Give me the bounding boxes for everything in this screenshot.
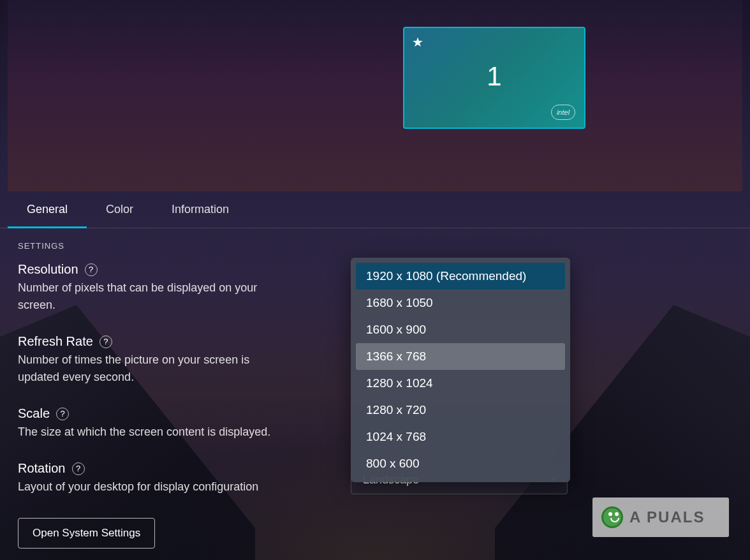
help-icon[interactable]: ? bbox=[85, 263, 98, 276]
resolution-option[interactable]: 1024 x 768 bbox=[356, 424, 565, 450]
resolution-option[interactable]: 1280 x 720 bbox=[356, 397, 565, 424]
refresh-rate-description: Number of times the picture on your scre… bbox=[18, 351, 292, 386]
refresh-rate-title: Refresh Rate bbox=[18, 334, 93, 349]
watermark-text: A PUALS bbox=[629, 508, 705, 526]
display-monitor-1[interactable]: ★ 1 intel bbox=[403, 27, 585, 129]
resolution-option[interactable]: 1600 x 900 bbox=[356, 316, 565, 343]
help-icon[interactable]: ? bbox=[56, 408, 69, 420]
rotation-title: Rotation bbox=[18, 461, 66, 476]
appuals-logo-icon bbox=[601, 506, 623, 528]
resolution-option[interactable]: 1920 x 1080 (Recommended) bbox=[356, 263, 565, 290]
settings-section-header: SETTINGS bbox=[18, 241, 732, 251]
resolution-option[interactable]: 1680 x 1050 bbox=[356, 290, 565, 316]
open-system-settings-button[interactable]: Open System Settings bbox=[18, 518, 155, 549]
help-icon[interactable]: ? bbox=[99, 335, 112, 348]
resolution-option[interactable]: 800 x 600 bbox=[356, 450, 565, 477]
tab-general[interactable]: General bbox=[8, 191, 87, 228]
help-icon[interactable]: ? bbox=[72, 462, 85, 475]
tabs-bar: General Color Information bbox=[0, 191, 750, 228]
tab-color[interactable]: Color bbox=[87, 191, 152, 228]
resolution-option[interactable]: 1366 x 768 bbox=[356, 343, 565, 370]
resolution-description: Number of pixels that can be displayed o… bbox=[18, 279, 292, 314]
resolution-dropdown-menu: 1920 x 1080 (Recommended) 1680 x 1050 16… bbox=[351, 258, 570, 482]
intel-logo-icon: intel bbox=[551, 105, 575, 120]
resolution-option[interactable]: 1280 x 1024 bbox=[356, 370, 565, 397]
display-number: 1 bbox=[487, 61, 501, 92]
scale-description: The size at which the screen content is … bbox=[18, 424, 292, 441]
scale-title: Scale bbox=[18, 406, 50, 421]
resolution-title: Resolution bbox=[18, 262, 78, 277]
appuals-watermark: A PUALS bbox=[592, 497, 729, 537]
display-preview-panel: ★ 1 intel bbox=[8, 0, 742, 191]
tab-information[interactable]: Information bbox=[152, 191, 248, 228]
rotation-description: Layout of your desktop for display confi… bbox=[18, 478, 292, 496]
primary-display-star-icon: ★ bbox=[412, 34, 423, 50]
